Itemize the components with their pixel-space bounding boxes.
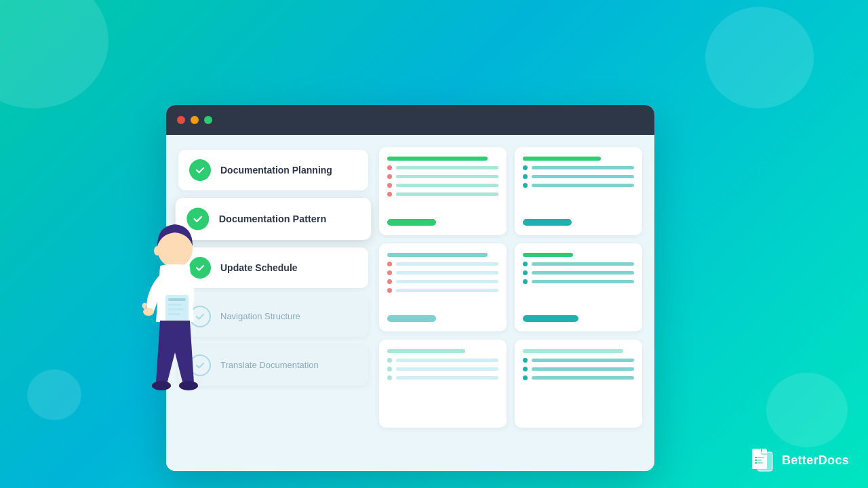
- card4-dot2: [523, 270, 528, 275]
- card5-dot3: [387, 375, 392, 380]
- branding-label: BetterDocs: [782, 453, 849, 468]
- card5-dot2: [387, 367, 392, 371]
- person-illustration: [127, 207, 222, 464]
- card1-content: [387, 165, 498, 211]
- card6-content: [523, 358, 634, 418]
- checklist-label-documentation-pattern: Documentation Pattern: [219, 213, 327, 226]
- card3-line4: [396, 289, 498, 292]
- cards-grid: [379, 147, 642, 459]
- card3-button: [387, 315, 436, 322]
- branding: BetterDocs: [749, 447, 849, 473]
- card5-content: [387, 358, 498, 418]
- card3-dot4: [387, 288, 392, 293]
- card4-title-line: [523, 253, 573, 257]
- card3-line3: [396, 280, 498, 283]
- browser-content: Documentation Planning Documentation Pat…: [166, 135, 654, 471]
- card1-line1: [396, 166, 498, 169]
- svg-rect-7: [168, 313, 180, 315]
- checklist-label-update-schedule: Update Schedule: [220, 262, 298, 274]
- checklist-label-translate-documentation: Translate Documentation: [220, 360, 319, 371]
- window-close-dot: [177, 116, 185, 124]
- card4-dot1: [523, 262, 528, 266]
- doc-card-5: [379, 340, 507, 428]
- card5-line1: [396, 359, 498, 362]
- card3-content: [387, 262, 498, 308]
- svg-rect-14: [757, 452, 772, 471]
- card1-dot2: [387, 174, 392, 179]
- card3-dot1: [387, 262, 392, 266]
- card5-title-line: [387, 349, 465, 353]
- card6-title-line: [523, 349, 623, 353]
- checklist-label-documentation-planning: Documentation Planning: [220, 164, 332, 176]
- svg-rect-6: [168, 308, 184, 310]
- doc-card-1: [379, 147, 507, 235]
- card1-dot4: [387, 192, 392, 197]
- card3-dot3: [387, 279, 392, 284]
- card6-dot2: [523, 367, 528, 371]
- browser-window: Documentation Planning Documentation Pat…: [166, 105, 654, 471]
- card6-line1: [532, 359, 634, 362]
- card4-button: [523, 315, 578, 322]
- checklist-label-navigation-structure: Navigation Structure: [220, 311, 300, 323]
- window-maximize-dot: [204, 116, 212, 124]
- card1-dot3: [387, 183, 392, 188]
- card3-line2: [396, 271, 498, 274]
- svg-point-9: [179, 381, 198, 390]
- svg-point-8: [152, 381, 171, 390]
- betterdocs-logo-icon: [749, 447, 775, 473]
- bg-decoration-2: [705, 7, 814, 108]
- card5-dot1: [387, 358, 392, 363]
- card2-line3: [532, 184, 634, 187]
- card4-dot3: [523, 279, 528, 284]
- bg-decoration-1: [0, 0, 108, 108]
- card2-line1: [532, 166, 634, 169]
- card1-line4: [396, 192, 498, 196]
- card5-line2: [396, 367, 498, 371]
- card6-line2: [532, 367, 634, 371]
- card3-dot2: [387, 270, 392, 275]
- card4-content: [523, 262, 634, 308]
- card6-dot3: [523, 375, 528, 380]
- card2-dot3: [523, 183, 528, 188]
- svg-point-1: [154, 246, 161, 256]
- card2-button: [523, 219, 572, 226]
- card2-dot1: [523, 165, 528, 170]
- card2-dot2: [523, 174, 528, 179]
- card2-content: [523, 165, 634, 211]
- card1-dot1: [387, 165, 392, 170]
- doc-card-2: [515, 147, 642, 235]
- doc-card-6: [515, 340, 642, 428]
- card4-line2: [532, 271, 634, 274]
- browser-titlebar: [166, 105, 654, 135]
- card4-line1: [532, 262, 634, 266]
- card1-title-line: [387, 157, 488, 161]
- card2-title-line: [523, 157, 601, 161]
- card1-line3: [396, 184, 498, 187]
- card3-line1: [396, 262, 498, 266]
- doc-card-4: [515, 243, 642, 331]
- bg-decoration-3: [766, 373, 848, 447]
- checklist-item-documentation-planning[interactable]: Documentation Planning: [178, 150, 368, 190]
- card4-line3: [532, 280, 634, 283]
- svg-rect-5: [168, 304, 182, 306]
- svg-rect-4: [168, 298, 186, 301]
- card1-button: [387, 219, 436, 226]
- card5-line3: [396, 376, 498, 380]
- card6-line3: [532, 376, 634, 380]
- doc-card-3: [379, 243, 507, 331]
- window-minimize-dot: [191, 116, 199, 124]
- bg-decoration-4: [27, 369, 81, 420]
- card3-title-line: [387, 253, 488, 257]
- card6-dot1: [523, 358, 528, 363]
- card1-line2: [396, 175, 498, 178]
- check-icon-documentation-planning: [189, 159, 211, 181]
- card2-line2: [532, 175, 634, 178]
